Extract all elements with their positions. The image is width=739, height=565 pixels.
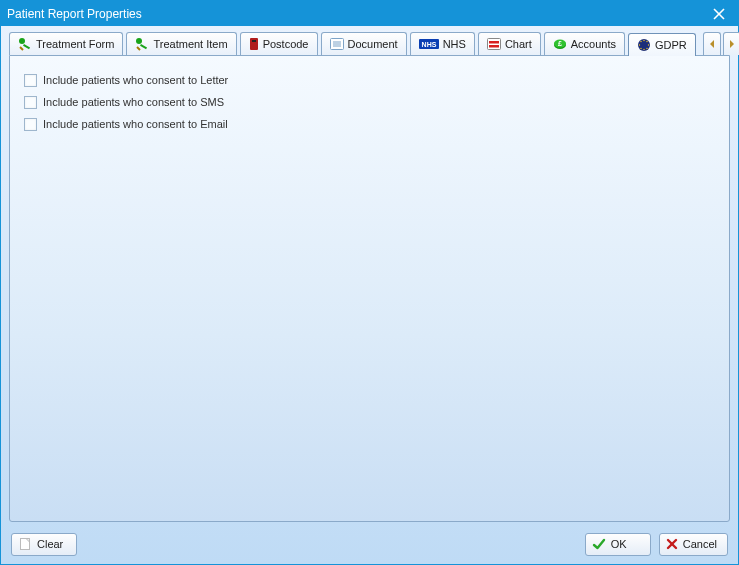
- svg-rect-7: [252, 40, 256, 42]
- chevron-left-icon: [708, 39, 716, 49]
- svg-point-4: [136, 38, 142, 44]
- close-button[interactable]: [706, 4, 732, 24]
- svg-marker-29: [710, 40, 714, 48]
- chart-icon: [487, 38, 501, 50]
- svg-rect-5: [140, 44, 147, 49]
- tab-treatment-item[interactable]: Treatment Item: [126, 32, 236, 55]
- tab-label: GDPR: [655, 39, 687, 51]
- option-consent-letter: Include patients who consent to Letter: [24, 70, 715, 90]
- tab-label: NHS: [443, 38, 466, 50]
- gdpr-options: Include patients who consent to Letter I…: [10, 56, 729, 150]
- tab-label: Postcode: [263, 38, 309, 50]
- tab-scroll-left[interactable]: [703, 32, 721, 55]
- dialog-window: Patient Report Properties Treatment Form: [0, 0, 739, 565]
- document-icon: [330, 38, 344, 50]
- cancel-button[interactable]: Cancel: [659, 533, 728, 556]
- svg-rect-14: [487, 39, 500, 50]
- postcode-icon: [249, 37, 259, 51]
- tab-label: Treatment Form: [36, 38, 114, 50]
- option-label: Include patients who consent to Email: [43, 118, 228, 130]
- clear-button[interactable]: Clear: [11, 533, 77, 556]
- checkbox-consent-sms[interactable]: [24, 96, 37, 109]
- gdpr-icon: [637, 38, 651, 52]
- svg-text:NHS: NHS: [421, 41, 436, 48]
- tab-postcode[interactable]: Postcode: [240, 32, 318, 55]
- svg-point-22: [646, 41, 647, 42]
- tab-accounts[interactable]: £ Accounts: [544, 32, 625, 55]
- tab-scroll-right[interactable]: [723, 32, 739, 55]
- cancel-icon: [666, 538, 678, 550]
- svg-text:£: £: [558, 40, 562, 47]
- tab-label: Treatment Item: [153, 38, 227, 50]
- nhs-icon: NHS: [419, 39, 439, 49]
- option-consent-email: Include patients who consent to Email: [24, 114, 715, 134]
- svg-rect-6: [250, 38, 258, 50]
- treatment-form-icon: [18, 37, 32, 51]
- tab-treatment-form[interactable]: Treatment Form: [9, 32, 123, 55]
- checkbox-consent-letter[interactable]: [24, 74, 37, 87]
- option-label: Include patients who consent to Letter: [43, 74, 228, 86]
- button-label: Clear: [37, 538, 63, 550]
- svg-point-28: [640, 41, 641, 42]
- accounts-icon: £: [553, 37, 567, 51]
- tab-chart[interactable]: Chart: [478, 32, 541, 55]
- svg-point-26: [640, 48, 641, 49]
- checkbox-consent-email[interactable]: [24, 118, 37, 131]
- button-label: OK: [611, 538, 627, 550]
- tab-gdpr[interactable]: GDPR: [628, 33, 696, 56]
- titlebar: Patient Report Properties: [1, 1, 738, 26]
- svg-point-27: [639, 44, 640, 45]
- chevron-right-icon: [728, 39, 736, 49]
- tab-nhs[interactable]: NHS NHS: [410, 32, 475, 55]
- svg-rect-15: [489, 41, 499, 44]
- svg-rect-16: [489, 45, 499, 48]
- svg-point-2: [19, 38, 25, 44]
- ok-button[interactable]: OK: [585, 533, 651, 556]
- svg-point-25: [643, 49, 644, 50]
- tab-label: Chart: [505, 38, 532, 50]
- button-label: Cancel: [683, 538, 717, 550]
- close-icon: [713, 8, 725, 20]
- tab-label: Document: [348, 38, 398, 50]
- check-icon: [592, 537, 606, 551]
- tab-strip: Treatment Form Treatment Item Postcode: [1, 26, 738, 55]
- tab-nav: [703, 32, 739, 55]
- svg-point-21: [643, 40, 644, 41]
- svg-point-24: [646, 48, 647, 49]
- svg-marker-30: [730, 40, 734, 48]
- option-consent-sms: Include patients who consent to SMS: [24, 92, 715, 112]
- svg-rect-3: [23, 44, 30, 49]
- option-label: Include patients who consent to SMS: [43, 96, 224, 108]
- clear-icon: [18, 537, 32, 551]
- tab-document[interactable]: Document: [321, 32, 407, 55]
- tab-label: Accounts: [571, 38, 616, 50]
- treatment-item-icon: [135, 37, 149, 51]
- button-bar: Clear OK Cancel: [1, 530, 738, 564]
- svg-point-23: [648, 44, 649, 45]
- window-title: Patient Report Properties: [7, 7, 706, 21]
- tab-panel: Include patients who consent to Letter I…: [9, 55, 730, 522]
